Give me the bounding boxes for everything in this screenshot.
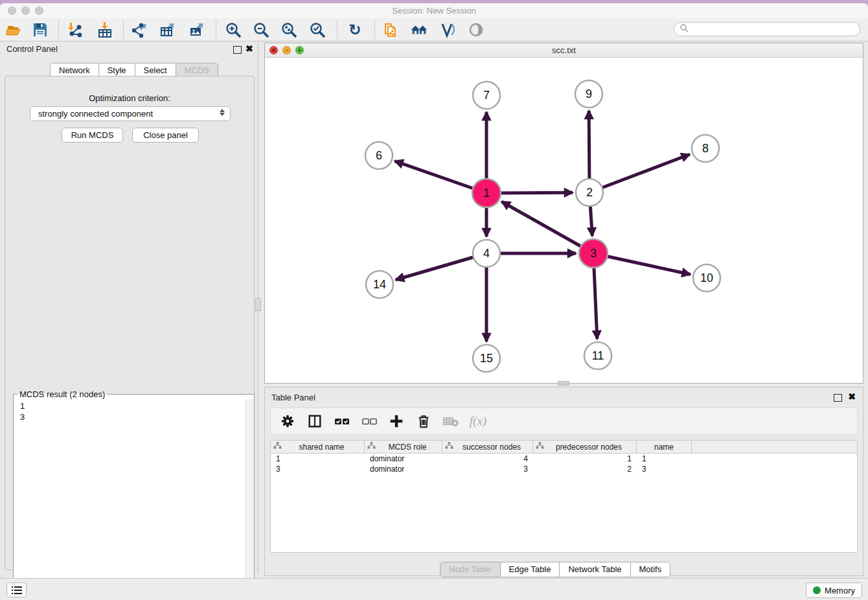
svg-text:15: 15 <box>480 352 493 365</box>
tab-edge-table[interactable]: Edge Table <box>500 562 560 577</box>
result-scrollbar[interactable] <box>246 399 254 600</box>
graph-node-9[interactable]: 9 <box>575 80 602 108</box>
search-input[interactable] <box>674 22 860 36</box>
graph-node-4[interactable]: 4 <box>473 240 500 267</box>
column-header-successor-nodes[interactable]: successor nodes <box>442 441 533 453</box>
toolbar-separator <box>216 20 216 39</box>
cell-name[interactable]: 1 <box>637 454 692 464</box>
table-panel-float-button[interactable] <box>834 394 842 402</box>
zoom-selected-icon[interactable] <box>308 21 326 39</box>
column-header-MCDS-role[interactable]: MCDS role <box>365 441 442 453</box>
settings-gear-icon[interactable] <box>279 412 297 430</box>
import-table-icon[interactable] <box>96 21 114 39</box>
graph-node-1[interactable]: 1 <box>472 179 501 207</box>
graph-node-8[interactable]: 8 <box>692 135 719 162</box>
apply-function-icon[interactable]: f(x) <box>469 412 487 430</box>
graph-node-3[interactable]: 3 <box>579 239 608 268</box>
column-header-predecessor-nodes[interactable]: predecessor nodes <box>533 441 637 453</box>
cell-successor-nodes[interactable]: 3 <box>442 464 533 474</box>
svg-text:14: 14 <box>373 278 386 291</box>
graph-node-7[interactable]: 7 <box>473 82 500 109</box>
svg-text:6: 6 <box>376 149 382 162</box>
graph-node-14[interactable]: 14 <box>366 271 393 298</box>
memory-status-icon <box>813 586 821 594</box>
import-network-icon[interactable] <box>65 21 84 39</box>
style-preview-icon[interactable] <box>439 21 457 39</box>
split-columns-icon[interactable] <box>306 412 324 430</box>
network-window-title: scc.txt <box>265 45 863 55</box>
sort-tree-icon <box>367 442 376 452</box>
control-panel-float-button[interactable] <box>233 46 242 54</box>
column-header-shared-name[interactable]: shared name <box>271 441 365 453</box>
zoom-in-icon[interactable] <box>224 21 242 39</box>
graph-node-10[interactable]: 10 <box>693 264 720 292</box>
titlebar: Session: New Session <box>0 3 868 19</box>
memory-button[interactable]: Memory <box>806 583 862 598</box>
graph-node-6[interactable]: 6 <box>365 142 393 169</box>
mcds-panel: Optimization criterion: strongly connect… <box>5 76 255 570</box>
node-table: shared nameMCDS rolesuccessor nodesprede… <box>270 440 858 553</box>
cell-successor-nodes[interactable]: 4 <box>442 454 533 464</box>
export-table-icon[interactable] <box>159 21 177 39</box>
table-row[interactable]: 1dominator411 <box>271 454 857 464</box>
optimization-criterion-label: Optimization criterion: <box>5 93 254 103</box>
cell-name[interactable]: 3 <box>637 464 692 474</box>
mcds-result-list: 1 3 <box>14 399 31 424</box>
graph-edge-3-1[interactable] <box>502 202 593 253</box>
network-canvas[interactable]: 7968124314101511 <box>265 58 863 383</box>
window-title: Session: New Session <box>0 6 868 16</box>
export-image-icon[interactable] <box>188 21 206 39</box>
network-view-window: ✕ – + scc.txt 7968124314101511 <box>264 43 863 384</box>
column-header-name[interactable]: name <box>637 441 692 453</box>
home-icon[interactable] <box>410 21 428 39</box>
cell-predecessor-nodes[interactable]: 2 <box>533 464 637 474</box>
export-network-icon[interactable] <box>130 21 148 39</box>
table-header-row: shared nameMCDS rolesuccessor nodesprede… <box>271 441 857 454</box>
svg-text:8: 8 <box>702 142 709 155</box>
delete-row-trash-icon[interactable] <box>415 412 433 430</box>
network-scroll-handle[interactable] <box>558 381 569 386</box>
tab-node-table[interactable]: Node Table <box>440 562 501 577</box>
hide-view-icon[interactable] <box>467 21 485 39</box>
status-bar: Memory <box>0 578 868 600</box>
toolbar-separator <box>123 20 124 39</box>
run-mcds-button[interactable]: Run MCDS <box>62 128 123 143</box>
tab-network-table[interactable]: Network Table <box>559 562 630 577</box>
graph-node-11[interactable]: 11 <box>584 342 611 369</box>
zoom-out-icon[interactable] <box>252 21 270 39</box>
delete-table-icon[interactable] <box>442 412 460 430</box>
control-panel-close-button[interactable]: ✖ <box>246 43 253 54</box>
close-panel-button[interactable]: Close panel <box>132 128 199 143</box>
toolbar-separator <box>58 20 59 39</box>
task-history-button[interactable] <box>6 583 27 597</box>
graph-node-15[interactable]: 15 <box>473 345 500 372</box>
deselect-all-columns-icon[interactable] <box>360 412 378 430</box>
graph-edge-2-8[interactable] <box>589 154 690 192</box>
svg-text:4: 4 <box>483 247 490 260</box>
table-panel-close-button[interactable]: ✖ <box>848 391 856 402</box>
tab-motifs[interactable]: Motifs <box>630 562 671 577</box>
cell-shared-name[interactable]: 1 <box>271 454 365 464</box>
table-row[interactable]: 3dominator323 <box>271 464 857 474</box>
svg-text:9: 9 <box>586 87 592 100</box>
cell-MCDS-role[interactable]: dominator <box>365 454 442 464</box>
refresh-icon[interactable]: ↻ <box>346 21 364 39</box>
clone-network-icon[interactable] <box>382 21 400 39</box>
cell-MCDS-role[interactable]: dominator <box>365 464 442 474</box>
splitter-handle[interactable] <box>255 298 261 311</box>
memory-label: Memory <box>825 586 855 595</box>
graph-node-2[interactable]: 2 <box>576 179 603 206</box>
sort-tree-icon <box>536 442 544 452</box>
zoom-fit-icon[interactable] <box>280 21 298 39</box>
open-session-icon[interactable] <box>5 21 23 39</box>
optimization-criterion-select[interactable]: strongly connected component <box>30 106 231 121</box>
add-row-icon[interactable] <box>387 412 405 430</box>
save-session-icon[interactable] <box>31 21 49 39</box>
table-panel-title: Table Panel <box>271 393 315 402</box>
select-all-columns-icon[interactable] <box>333 412 351 430</box>
cell-predecessor-nodes[interactable]: 1 <box>533 454 637 464</box>
table-panel-tabs: Node TableEdge TableNetwork TableMotifs <box>440 562 670 577</box>
cell-shared-name[interactable]: 3 <box>271 464 365 474</box>
network-window-titlebar: ✕ – + scc.txt <box>265 43 863 58</box>
search-icon <box>680 23 689 35</box>
